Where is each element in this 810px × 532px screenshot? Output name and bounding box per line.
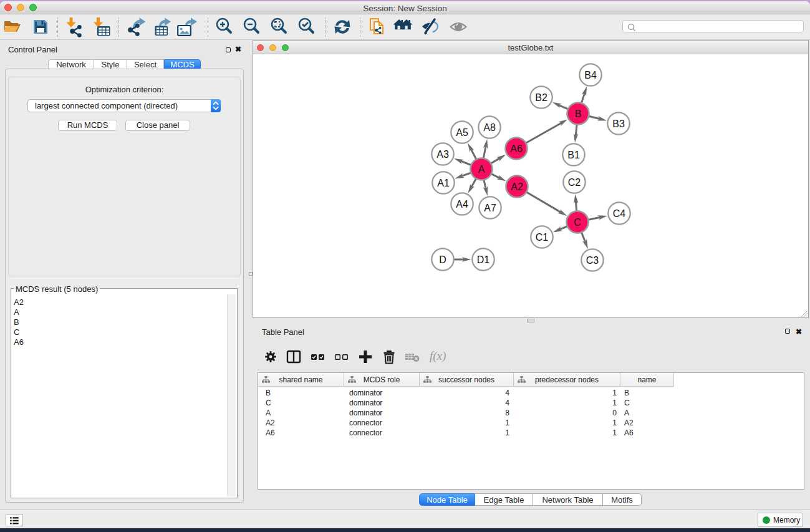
svg-text:A3: A3: [436, 149, 449, 160]
svg-text:B: B: [575, 109, 582, 119]
svg-text:B1: B1: [567, 150, 580, 160]
svg-text:B2: B2: [535, 92, 547, 103]
svg-text:A8: A8: [483, 122, 496, 133]
svg-text:C4: C4: [613, 208, 626, 219]
svg-text:A6: A6: [510, 143, 523, 154]
svg-text:A5: A5: [456, 127, 468, 138]
svg-text:A7: A7: [484, 203, 496, 213]
svg-text:A4: A4: [456, 199, 468, 210]
svg-text:D1: D1: [477, 254, 490, 265]
svg-text:A: A: [478, 164, 485, 175]
svg-text:A2: A2: [511, 181, 523, 192]
svg-text:D: D: [439, 254, 446, 265]
svg-text:B4: B4: [584, 70, 597, 80]
svg-text:C3: C3: [586, 255, 599, 266]
svg-text:C: C: [574, 217, 581, 228]
svg-text:C2: C2: [568, 177, 581, 188]
svg-text:A1: A1: [437, 178, 450, 188]
svg-text:B3: B3: [612, 118, 625, 129]
svg-text:C1: C1: [536, 232, 549, 243]
